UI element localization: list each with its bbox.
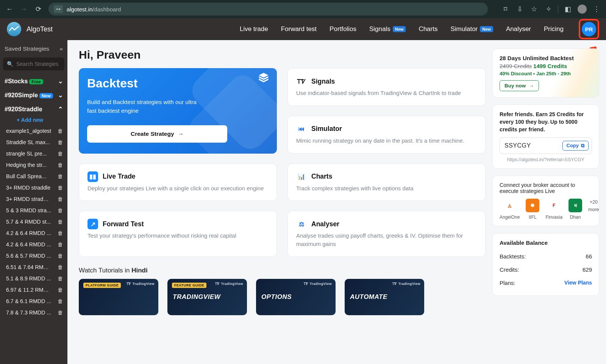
back-icon[interactable]: ← xyxy=(3,3,16,16)
trash-icon[interactable]: 🗑 xyxy=(58,253,63,259)
user-avatar[interactable]: PR xyxy=(582,22,596,36)
site-info-icon[interactable]: ⊶ xyxy=(54,5,63,13)
reload-icon[interactable]: ⟳ xyxy=(32,3,45,16)
trash-icon[interactable]: 🗑 xyxy=(58,241,63,247)
sidebar-strategy-item[interactable]: 6.97 & 11.2 RMD...🗑 xyxy=(0,284,67,296)
sidebar-group-920straddle[interactable]: #920Straddle ⌃ xyxy=(0,102,67,116)
sidebar-strategy-item[interactable]: example1_algotest🗑 xyxy=(0,125,67,137)
offer-card: 28 Days Unlimited Backtest 2499 Credits1… xyxy=(492,48,599,98)
trash-icon[interactable]: 🗑 xyxy=(58,207,63,213)
sidebar-strategy-item[interactable]: 5 & 3 RMDD stra...🗑 xyxy=(0,205,67,216)
nav-live-trade[interactable]: Live trade xyxy=(240,25,268,33)
trash-icon[interactable]: 🗑 xyxy=(58,128,63,134)
pill-new: New xyxy=(39,93,53,98)
card-backtest[interactable]: Backtest Build and Backtest strategies w… xyxy=(79,68,277,154)
tutorial-video[interactable]: ᎢᏤ TradingViewOPTIONS xyxy=(256,279,336,315)
trash-icon[interactable]: 🗑 xyxy=(58,219,63,225)
balance-card: Available Balance Backtests:66 Credits:6… xyxy=(492,233,599,296)
nav-analyser[interactable]: Analyser xyxy=(506,25,531,33)
sidebar-strategy-item[interactable]: strangle SL pre...🗑 xyxy=(0,148,67,159)
tutorial-video[interactable]: FEATURE GUIDEᎢᏤ TradingViewTRADINGVIEW xyxy=(167,279,247,315)
scale-icon: ⚖ xyxy=(296,219,307,229)
logo-icon[interactable] xyxy=(7,22,21,36)
sidebar-search[interactable]: 🔍 xyxy=(3,58,64,70)
copy-button[interactable]: Copy⧉ xyxy=(562,141,589,151)
card-charts[interactable]: 📊Charts Track complex strategies with li… xyxy=(287,163,486,201)
sidebar-strategy-item[interactable]: 5.7 & 4 RMDD st...🗑 xyxy=(0,216,67,227)
trash-icon[interactable]: 🗑 xyxy=(58,230,63,236)
sidebar-strategy-item[interactable]: 3+ RMDD straddle 2🗑 xyxy=(0,193,67,205)
sidebar-strategy-item[interactable]: 6.7 & 6.1 RMDD ...🗑 xyxy=(0,296,67,307)
brokers-card: Connect your broker account to execute s… xyxy=(492,176,599,226)
sidebar-group-920simple[interactable]: #920SimpleNew ⌄ xyxy=(0,88,67,102)
sidebar-strategy-item[interactable]: Bull Call Sprea...🗑 xyxy=(0,171,67,182)
content-area: Hi, Praveen Backtest Build and Backtest … xyxy=(67,40,606,364)
referral-code: SSYCGY xyxy=(504,142,531,149)
sidebar-strategy-item[interactable]: 7.8 & 7.3 RMDD ...🗑 xyxy=(0,307,67,318)
trash-icon[interactable]: 🗑 xyxy=(58,275,63,282)
card-live-trade[interactable]: ▮▮Live Trade Deploy your strategies Live… xyxy=(79,163,277,201)
trash-icon[interactable]: 🗑 xyxy=(58,196,63,202)
card-signals[interactable]: ᎢᏤSignals Use indicator-based signals fr… xyxy=(287,68,486,106)
sidebar-strategy-item[interactable]: 3+ RMDD straddle🗑 xyxy=(0,182,67,193)
sidebar-strategy-item[interactable]: Hedging the str...🗑 xyxy=(0,159,67,171)
broker-more[interactable]: +20more xyxy=(588,199,599,212)
browser-toolbar: ← → ⟳ ⊶ algotest.in/dashboard ⌑ ⇩ ☆ ✧ ◧ … xyxy=(0,0,606,18)
broker-dhan[interactable]: धDhan xyxy=(569,199,582,220)
broker-angelone[interactable]: ◬AngelOne xyxy=(500,199,520,220)
sidebar-group-stocks[interactable]: #StocksFree ⌄ xyxy=(0,74,67,88)
view-plans-link[interactable]: View Plans xyxy=(564,280,592,286)
sidebar-strategy-item[interactable]: 4.2 & 6.4 RMDD ...🗑 xyxy=(0,239,67,250)
forward-icon[interactable]: → xyxy=(17,3,30,16)
trash-icon[interactable]: 🗑 xyxy=(58,162,63,168)
nav-simulator-badge: New xyxy=(480,26,493,32)
nav-portfolios[interactable]: Portfolios xyxy=(330,25,356,33)
brand-name[interactable]: AlgoTest xyxy=(27,25,53,33)
star-icon[interactable]: ☆ xyxy=(528,3,540,16)
sidebar-strategy-item[interactable]: 6.51 & 7.64 RMD...🗑 xyxy=(0,261,67,273)
sidebar-strategy-item[interactable]: Straddle SL max...🗑 xyxy=(0,137,67,148)
offer-title: 28 Days Unlimited Backtest xyxy=(500,55,592,61)
sidebar-collapse-icon[interactable]: « xyxy=(59,45,63,52)
install-icon[interactable]: ⇩ xyxy=(513,3,526,16)
trash-icon[interactable]: 🗑 xyxy=(58,173,63,179)
extensions-icon[interactable]: ✧ xyxy=(542,3,555,16)
broker-finvasia[interactable]: FFinvasia xyxy=(545,199,562,220)
sidebar-add-new[interactable]: + Add new xyxy=(0,116,67,125)
url-bar[interactable]: ⊶ algotest.in/dashboard xyxy=(48,3,488,16)
top-nav: Live trade Forward test Portfolios Signa… xyxy=(240,19,599,39)
key-icon[interactable]: ⌑ xyxy=(499,3,512,16)
trash-icon[interactable]: 🗑 xyxy=(58,264,63,270)
trash-icon[interactable]: 🗑 xyxy=(58,298,63,304)
sidebar-strategy-item[interactable]: 5.6 & 5.7 RMDD ...🗑 xyxy=(0,250,67,261)
card-forward-test[interactable]: ↗Forward Test Test your strategy's perfo… xyxy=(79,211,277,257)
sidebar-strategy-item[interactable]: 5.1 & 8.9 RMDD ...🗑 xyxy=(0,273,67,284)
nav-pricing[interactable]: Pricing xyxy=(544,25,564,33)
trash-icon[interactable]: 🗑 xyxy=(58,151,63,157)
sidebar-strategy-item[interactable]: 4.2 & 6.4 RMDD ...🗑 xyxy=(0,227,67,239)
toolbar-divider xyxy=(558,5,558,13)
search-input[interactable] xyxy=(16,61,61,67)
trash-icon[interactable]: 🗑 xyxy=(58,310,63,316)
app-navbar: AlgoTest Live trade Forward test Portfol… xyxy=(0,18,606,40)
nav-signals[interactable]: SignalsNew xyxy=(369,25,406,33)
tutorial-video[interactable]: PLATFORM GUIDEᎢᏤ TradingView xyxy=(79,279,158,315)
card-simulator[interactable]: ⏮Simulator Mimic running strategy on any… xyxy=(287,116,486,154)
trash-icon[interactable]: 🗑 xyxy=(58,287,63,293)
url-domain: algotest.in xyxy=(67,6,92,12)
card-backtest-title: Backtest xyxy=(87,76,137,90)
nav-simulator[interactable]: SimulatorNew xyxy=(450,25,493,33)
trash-icon[interactable]: 🗑 xyxy=(58,139,63,145)
arrow-right-icon: → xyxy=(178,131,184,137)
tutorial-video[interactable]: ᎢᏤ TradingViewAUTOMATE xyxy=(345,279,424,315)
kebab-icon[interactable]: ⋮ xyxy=(590,3,603,16)
buy-now-button[interactable]: Buy now→ xyxy=(500,80,539,91)
broker-iifl[interactable]: ✺IIFL xyxy=(526,199,539,220)
nav-forward-test[interactable]: Forward test xyxy=(281,25,317,33)
signals-icon: ᎢᏤ xyxy=(296,76,307,87)
profile-chip[interactable] xyxy=(576,3,589,16)
trash-icon[interactable]: 🗑 xyxy=(58,185,63,191)
nav-charts[interactable]: Charts xyxy=(419,25,437,33)
card-analyser[interactable]: ⚖Analyser Analyse trades using payoff ch… xyxy=(287,211,486,257)
sidepanel-icon[interactable]: ◧ xyxy=(561,3,574,16)
